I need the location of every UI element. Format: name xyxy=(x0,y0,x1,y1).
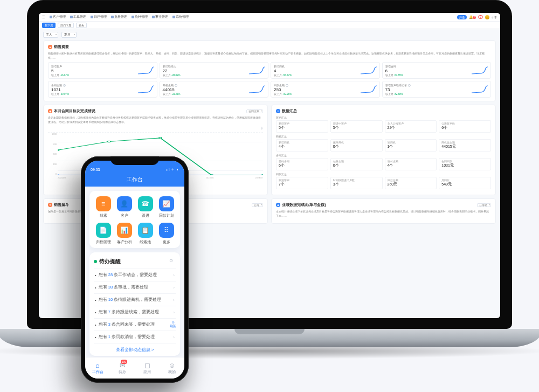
sales-briefing-panel: ▲ 销售摘要 销售摘要由实时数据分析及所驱动数据进行综合分析，并以标准统计的新增… xyxy=(43,40,496,101)
summary-cell: 合同回款1031元 xyxy=(439,158,491,170)
nav-item[interactable]: 批量管理 xyxy=(111,15,127,19)
sparkline xyxy=(249,85,265,94)
filter-bar: 主人 本月 xyxy=(39,29,500,40)
avatar[interactable] xyxy=(485,15,489,19)
phone-notch xyxy=(110,156,159,165)
signal-icons: ııl ᯤ ▮ xyxy=(166,168,179,171)
svg-point-5 xyxy=(58,149,59,151)
stat-cell[interactable]: 新增客户联系记录? 73 较上月 -82.58% xyxy=(382,81,492,98)
pool-select[interactable]: 公海 xyxy=(252,203,263,207)
summary-cell: 跟进中客户5个 xyxy=(330,120,383,133)
stat-cell[interactable]: 新增合同 6 较上月 -53.85% xyxy=(382,62,492,79)
phone-tab-应用[interactable]: ◻应用 xyxy=(135,357,160,379)
sparkline xyxy=(138,66,154,75)
panel-title: 销售漏斗 xyxy=(54,202,69,208)
phone-header-title: 工作台 xyxy=(85,173,184,187)
sub-tabbar: 我下属 部门下属 机构 xyxy=(39,22,500,29)
fire-icon: ▲ xyxy=(48,45,52,49)
summary-group-head: 商机汇总 xyxy=(276,135,491,138)
stat-cell[interactable]: 回款金额? 250 较上月 -99.96% xyxy=(271,81,380,98)
app-shortcut[interactable]: 📊客户分析 xyxy=(115,223,134,245)
laptop-trackpad-notch xyxy=(234,329,305,334)
todo-item[interactable]: •您有 7 条待跟进线索，需要处理› xyxy=(94,306,176,318)
app-shortcut[interactable]: ☎跟进 xyxy=(136,196,155,218)
todo-item[interactable]: •您有 1 条罚款消息，需要处理› xyxy=(94,331,176,343)
sparkline xyxy=(138,85,154,94)
svg-point-8 xyxy=(210,175,213,175)
nav-item[interactable]: 事业管理 xyxy=(152,15,168,19)
todo-item[interactable]: •您有 3 条合同未签，需要处理›⟳刷新 xyxy=(94,318,176,331)
username: 小李 xyxy=(492,16,497,19)
todo-title: 待办提醒 xyxy=(99,258,167,265)
sparkline xyxy=(361,66,377,75)
summary-row: 新增客户5个跟进中客户5个为入公海客户22个公海客户数6个 xyxy=(276,120,491,133)
stat-grid: 新增客户 5 较上月 -16.67% 新增联系人 22 较上月 -38.89% … xyxy=(48,62,491,98)
refresh-button[interactable]: ⟳刷新 xyxy=(169,321,177,328)
summary-cell: 为入公海客户22个 xyxy=(385,120,437,133)
badge: 0 xyxy=(478,15,483,19)
phone-tab-工作台[interactable]: ⌂工作台 xyxy=(85,357,110,379)
pool-select[interactable]: 公海箱 xyxy=(477,203,491,207)
summary-cell: 应付金额4个 xyxy=(385,158,437,170)
performance-panel: ◆ 业绩数据完成比(单与金额) 公海箱 本次统计业绩业绩下单状况与业绩及目标是管… xyxy=(271,198,496,224)
owner-select[interactable]: 主人 xyxy=(43,32,58,38)
panel-title: 数据汇总 xyxy=(282,108,297,114)
app-shortcut[interactable]: 👤客户 xyxy=(115,196,134,218)
nav-item[interactable]: 系统管理 xyxy=(172,15,189,19)
panel-title: 业绩数据完成比(单与金额) xyxy=(282,202,326,208)
summary-panel: ≡ 数据汇总 客户汇总新增客户5个跟进中客户5个为入公海客户22个公海客户数6个… xyxy=(271,105,496,195)
tab-org[interactable]: 机构 xyxy=(76,23,87,28)
summary-row: 跟进客户7个时间段跟进出户数3个回款总额260元月回款549元 xyxy=(276,177,491,189)
app-shortcut[interactable]: 📋线索池 xyxy=(136,223,155,245)
download-icon[interactable]: ⇩ xyxy=(260,127,263,130)
app-shortcut[interactable]: ⠿更多 xyxy=(157,223,176,245)
todo-card: 待办提醒 ⚙ •您有 28 条工作动态，需要处理›•您有 38 条审批，需要处理… xyxy=(89,252,180,356)
summary-group-head: 回款汇总 xyxy=(276,173,491,176)
clock: 09:33 xyxy=(91,168,100,171)
summary-cell: 公海客户数6个 xyxy=(439,120,491,133)
panel-title: 本月合同目标及完成情况 xyxy=(54,108,95,114)
tab-dept-subs[interactable]: 部门下属 xyxy=(58,23,74,28)
stat-cell[interactable]: 商机金额? 44015 较上月 -33.26% xyxy=(160,81,269,98)
summary-cell: 估算金额0个 xyxy=(330,158,383,170)
summary-group-head: 合同汇总 xyxy=(276,154,491,157)
open-pill[interactable]: 开通 xyxy=(457,15,467,19)
period-select[interactable]: 本月 xyxy=(61,32,77,38)
app-shortcut[interactable]: 📄归档管理 xyxy=(94,223,113,245)
funnel-icon: ▼ xyxy=(48,203,52,207)
todo-item[interactable]: •您有 10 条待跟进商机，需要处理› xyxy=(94,293,176,306)
goal-desc: 设定本期销售指标目标，以数据目标为导向不断提升自身业务和拟统计新增客户或新增销售… xyxy=(48,116,263,124)
summary-row: 签约合同6个估算金额0个应付金额4个合同回款1031元 xyxy=(276,158,491,170)
phone-screen: 09:33 ııl ᯤ ▮ 工作台 ≡线索👤客户☎跟进📈回款计划📄归档管理📊客户… xyxy=(85,161,184,379)
top-nav: ☰ 客户管理 工单管理 归档管理 批量管理 统计管理 事业管理 系统管理 开通 … xyxy=(39,13,500,22)
phone-tab-待办[interactable]: ✉待办109 xyxy=(110,357,135,379)
phone-tab-我的[interactable]: ☺我的 xyxy=(160,357,184,379)
svg-point-7 xyxy=(159,137,162,139)
svg-point-0 xyxy=(58,175,59,175)
nav-item[interactable]: 工单管理 xyxy=(70,15,86,19)
app-shortcut[interactable]: 📈回款计划 xyxy=(157,196,176,218)
todo-dot-icon xyxy=(94,260,97,263)
nav-item[interactable]: 统计管理 xyxy=(132,15,148,19)
bell-icon[interactable]: 🔔6 xyxy=(469,15,476,19)
sparkline xyxy=(361,85,377,94)
sparkline xyxy=(472,85,488,94)
summary-cell: 新增客户5个 xyxy=(276,120,328,133)
todo-item[interactable]: •您有 28 条工作动态，需要处理› xyxy=(94,269,176,281)
gear-icon[interactable]: ⚙ xyxy=(169,258,176,265)
view-all-link[interactable]: 查看全部动态信息 > xyxy=(94,343,176,353)
perf-desc: 本次统计业绩业绩下单状况与业绩及目标是管控公海客户数据进度管理人是业绩管理库内在… xyxy=(276,210,491,218)
nav-item[interactable]: 归档管理 xyxy=(91,15,107,19)
stat-cell[interactable]: 新增客户 5 较上月 -16.67% xyxy=(48,62,157,79)
stat-cell[interactable]: 新增联系人 22 较上月 -38.89% xyxy=(160,62,269,79)
app-shortcut[interactable]: ≡线索 xyxy=(94,196,113,218)
todo-item[interactable]: •您有 38 条审批，需要处理› xyxy=(94,281,176,293)
stat-cell[interactable]: 合同金额? 1031 较上月 -99.07% xyxy=(48,81,157,98)
summary-cell: 回款总额260元 xyxy=(385,177,437,189)
hamburger-icon[interactable]: ☰ xyxy=(42,15,46,19)
stat-cell[interactable]: 新增商机 4 较上月 -55.67% xyxy=(271,62,380,79)
briefing-desc: 销售摘要由实时数据分析及所驱动数据进行综合分析，并以标准统计的新增客户、联系人、… xyxy=(48,52,491,60)
tab-my-subs[interactable]: 我下属 xyxy=(42,23,56,28)
metric-select[interactable]: 合同金额 xyxy=(246,109,263,113)
nav-item[interactable]: 客户管理 xyxy=(50,15,66,19)
